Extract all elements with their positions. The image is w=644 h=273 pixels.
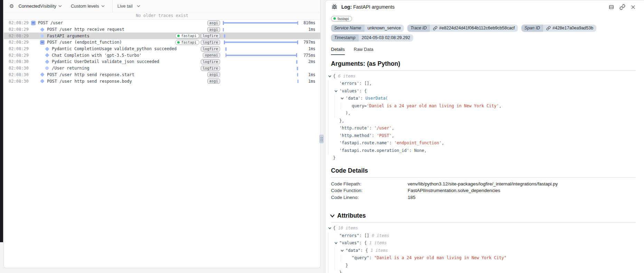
trace-row[interactable]: 02:08:30/User returninglogfire xyxy=(4,65,320,72)
code-line: "data": { 1 items xyxy=(328,247,644,255)
indent-guide xyxy=(328,132,334,140)
span-diamond-icon xyxy=(40,79,45,84)
trace-rows: 02:08:29POST /userasgi810ms02:08:29POST … xyxy=(4,20,320,84)
collapse-chevron-icon[interactable] xyxy=(330,214,335,218)
settings-gear-icon[interactable]: ⚙ xyxy=(9,3,14,9)
code-token: "values" xyxy=(339,239,359,247)
code-detail-value: venv/lib/python3.12/site-packages/logfir… xyxy=(408,181,558,186)
code-line: } xyxy=(328,262,644,270)
indent-guide xyxy=(328,125,334,132)
scope-badge-asgi: asgi xyxy=(207,20,220,26)
trace-row[interactable]: 02:08:29POST /user (endpoint_function)fa… xyxy=(4,39,320,46)
scope-badge-fastapi: fastapi xyxy=(175,40,199,45)
code-token: } xyxy=(333,154,335,162)
detail-title-prefix: Log: xyxy=(341,4,352,10)
collapse-toggle-icon[interactable] xyxy=(40,40,45,45)
duration-timeline xyxy=(223,52,300,58)
code-token: 'endpoint_function' xyxy=(394,139,442,147)
badge-label: asgi xyxy=(209,27,218,31)
duration-tick xyxy=(297,73,298,76)
live-tail-label: Live tail xyxy=(117,3,133,9)
tab-details[interactable]: Details xyxy=(331,47,345,55)
code-token: "errors" xyxy=(339,232,359,240)
trace-row[interactable]: 02:08:29Chat Completion with 'gpt-3.5-tu… xyxy=(4,52,320,58)
badge-label: logfire xyxy=(203,34,218,38)
code-detail-row: Code Lineno:185 xyxy=(331,194,644,201)
code-detail-value: FastAPIInstrumentation.solve_dependencie… xyxy=(408,188,500,193)
chevron-placeholder xyxy=(341,262,345,270)
live-tail-select[interactable]: Live tail xyxy=(117,3,140,9)
trace-timestamp: 02:08:29 xyxy=(9,40,29,45)
detail-title: Log: FastAPI arguments xyxy=(341,4,395,10)
trace-row-label: POST /user http receive request xyxy=(47,27,124,32)
chevron-down-icon xyxy=(58,5,62,7)
code-token: "query" xyxy=(352,254,369,262)
trace-row[interactable]: 02:08:29POST /user http receive requesta… xyxy=(4,26,320,33)
code-token: 'POST' xyxy=(377,132,391,140)
trace-row-label: POST /user xyxy=(38,20,63,25)
custom-levels-menu[interactable]: Custom levels xyxy=(71,3,105,9)
code-token: : xyxy=(369,125,374,132)
split-panel-icon[interactable] xyxy=(608,4,614,10)
duration-tick xyxy=(224,34,225,38)
code-token: 'http.method' xyxy=(339,132,372,140)
row-badges: openai xyxy=(203,53,220,58)
duration-timeline xyxy=(223,58,300,65)
no-older-traces-label: No older traces exist xyxy=(4,12,320,20)
collapse-chevron-icon[interactable] xyxy=(334,239,339,247)
visibility-menu[interactable]: Visibility xyxy=(40,3,62,9)
code-token: , xyxy=(442,139,444,147)
chevron-placeholder xyxy=(334,80,339,88)
trace-row[interactable]: 02:08:30POST /user http send response.bo… xyxy=(4,78,320,84)
trace-row[interactable]: 02:08:29Pydantic CompletionUsage validat… xyxy=(4,46,320,52)
code-token: : xyxy=(360,95,365,102)
collapse-chevron-icon[interactable] xyxy=(341,247,345,255)
duration-label: 810ms xyxy=(300,20,315,25)
indent-guide xyxy=(328,88,334,95)
code-line: 'data': UserData( xyxy=(328,95,644,102)
code-detail-label: Code Lineno: xyxy=(331,195,408,200)
code-line: { 6 items xyxy=(328,73,644,80)
code-detail-label: Code Filepath: xyxy=(331,181,408,186)
chip-value[interactable]: #428e17a0ea9ad53b xyxy=(543,25,596,32)
collapse-chevron-icon[interactable] xyxy=(328,73,333,80)
trace-row[interactable]: 02:08:29POST /userasgi810ms xyxy=(4,20,320,26)
trace-timestamp: 02:08:29 xyxy=(9,53,29,58)
trace-row-label: POST /user http send response.start xyxy=(47,72,134,77)
indent-guide xyxy=(334,247,341,255)
scope-badge-asgi: asgi xyxy=(207,72,220,77)
scope-badge-logfire: logfire xyxy=(201,59,220,64)
code-token: : { xyxy=(359,88,367,95)
code-token: : [] xyxy=(359,232,372,240)
badge-label: logfire xyxy=(203,66,218,70)
chevron-placeholder xyxy=(347,254,352,262)
fastapi-tag-badge: fastapi xyxy=(331,16,352,21)
attributes-json-code: { 10 items"errors": [] 0 items"values": … xyxy=(328,225,644,273)
collapse-toggle-icon[interactable] xyxy=(31,20,36,25)
chevron-placeholder xyxy=(334,132,339,140)
log-circle-icon xyxy=(40,34,45,38)
collapse-chevron-icon[interactable] xyxy=(341,95,345,102)
trace-row[interactable]: 02:08:29FastAPI argumentsfastapilogfire xyxy=(4,33,320,39)
tab-raw-data[interactable]: Raw Data xyxy=(354,47,373,55)
duration-timeline xyxy=(223,33,300,39)
code-token: 'http.route' xyxy=(339,125,369,132)
metadata-chips: Service Nameunknown_serviceTrace ID#e822… xyxy=(331,25,636,42)
collapse-chevron-icon[interactable] xyxy=(334,88,339,95)
row-badges: asgi xyxy=(207,79,220,84)
duration-label: 2ms xyxy=(300,59,315,64)
collapse-chevron-icon[interactable] xyxy=(328,225,333,232)
scope-badge-openai: openai xyxy=(203,53,220,58)
duration-tick xyxy=(297,80,299,83)
code-token: ), xyxy=(345,110,350,117)
chevron-placeholder xyxy=(347,102,352,110)
chip-value[interactable]: #e8224d24d41f064b112c6eb9cb58cacf xyxy=(430,25,518,32)
code-line: "query": "Daniel is a 24 year old man li… xyxy=(328,254,644,262)
close-icon[interactable] xyxy=(631,4,636,10)
panel-resize-handle[interactable] xyxy=(319,135,324,143)
trace-row[interactable]: 02:08:30POST /user http send response.st… xyxy=(4,72,320,78)
duration-bar xyxy=(226,55,297,56)
trace-row-label: FastAPI arguments xyxy=(47,34,89,38)
trace-row[interactable]: 02:08:30Pydantic UserDetail validate_jso… xyxy=(4,58,320,65)
link-icon[interactable] xyxy=(619,4,625,10)
